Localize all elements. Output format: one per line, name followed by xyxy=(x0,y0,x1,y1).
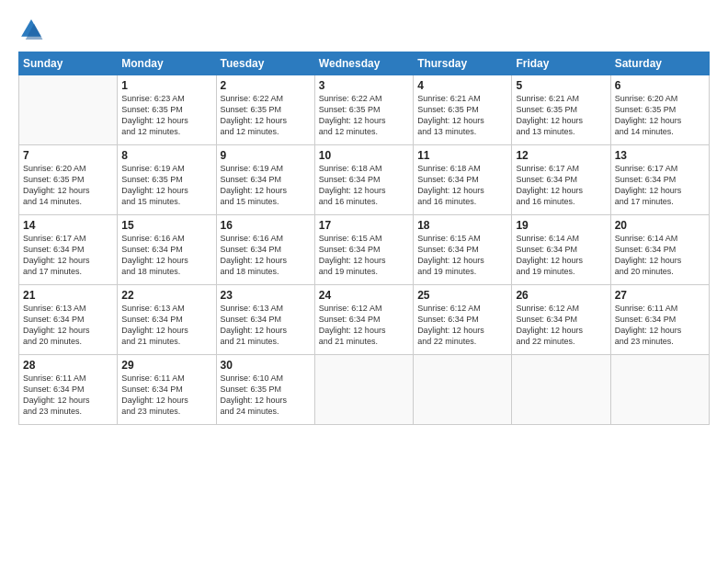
day-number: 8 xyxy=(121,149,211,162)
calendar-cell: 17Sunrise: 6:15 AM Sunset: 6:34 PM Dayli… xyxy=(314,215,413,285)
day-number: 1 xyxy=(121,79,211,92)
day-info: Sunrise: 6:12 AM Sunset: 6:34 PM Dayligh… xyxy=(319,303,409,348)
calendar-cell: 29Sunrise: 6:11 AM Sunset: 6:34 PM Dayli… xyxy=(118,355,216,425)
week-row-3: 21Sunrise: 6:13 AM Sunset: 6:34 PM Dayli… xyxy=(19,285,710,355)
day-info: Sunrise: 6:12 AM Sunset: 6:34 PM Dayligh… xyxy=(516,303,606,348)
day-info: Sunrise: 6:23 AM Sunset: 6:35 PM Dayligh… xyxy=(121,93,211,138)
day-number: 16 xyxy=(221,219,311,232)
calendar-cell: 21Sunrise: 6:13 AM Sunset: 6:34 PM Dayli… xyxy=(19,285,118,355)
week-row-2: 14Sunrise: 6:17 AM Sunset: 6:34 PM Dayli… xyxy=(19,215,710,285)
day-number: 24 xyxy=(319,289,409,302)
day-info: Sunrise: 6:21 AM Sunset: 6:35 PM Dayligh… xyxy=(417,93,507,138)
calendar-cell xyxy=(314,355,413,425)
weekday-header-friday: Friday xyxy=(512,52,610,75)
day-number: 7 xyxy=(23,149,113,162)
calendar-cell: 15Sunrise: 6:16 AM Sunset: 6:34 PM Dayli… xyxy=(118,215,216,285)
day-info: Sunrise: 6:17 AM Sunset: 6:34 PM Dayligh… xyxy=(615,163,705,208)
day-info: Sunrise: 6:13 AM Sunset: 6:34 PM Dayligh… xyxy=(23,303,113,348)
day-number: 26 xyxy=(516,289,606,302)
day-info: Sunrise: 6:15 AM Sunset: 6:34 PM Dayligh… xyxy=(417,233,507,278)
day-info: Sunrise: 6:18 AM Sunset: 6:34 PM Dayligh… xyxy=(417,163,507,208)
calendar-cell: 13Sunrise: 6:17 AM Sunset: 6:34 PM Dayli… xyxy=(610,145,709,215)
day-number: 2 xyxy=(221,79,311,92)
weekday-header-saturday: Saturday xyxy=(610,52,709,75)
day-info: Sunrise: 6:18 AM Sunset: 6:34 PM Dayligh… xyxy=(319,163,409,208)
calendar-cell: 10Sunrise: 6:18 AM Sunset: 6:34 PM Dayli… xyxy=(314,145,413,215)
day-info: Sunrise: 6:12 AM Sunset: 6:34 PM Dayligh… xyxy=(417,303,507,348)
day-number: 6 xyxy=(615,79,705,92)
day-info: Sunrise: 6:11 AM Sunset: 6:34 PM Dayligh… xyxy=(121,373,211,418)
day-info: Sunrise: 6:20 AM Sunset: 6:35 PM Dayligh… xyxy=(23,163,113,208)
calendar-cell: 11Sunrise: 6:18 AM Sunset: 6:34 PM Dayli… xyxy=(414,145,512,215)
day-info: Sunrise: 6:19 AM Sunset: 6:35 PM Dayligh… xyxy=(121,163,211,208)
weekday-header-wednesday: Wednesday xyxy=(314,52,413,75)
calendar-cell: 27Sunrise: 6:11 AM Sunset: 6:34 PM Dayli… xyxy=(610,285,709,355)
day-info: Sunrise: 6:19 AM Sunset: 6:34 PM Dayligh… xyxy=(221,163,311,208)
day-info: Sunrise: 6:20 AM Sunset: 6:35 PM Dayligh… xyxy=(615,93,705,138)
week-row-0: 1Sunrise: 6:23 AM Sunset: 6:35 PM Daylig… xyxy=(19,75,710,145)
day-number: 18 xyxy=(417,219,507,232)
day-number: 10 xyxy=(319,149,409,162)
day-number: 11 xyxy=(417,149,507,162)
calendar-cell: 24Sunrise: 6:12 AM Sunset: 6:34 PM Dayli… xyxy=(314,285,413,355)
day-number: 23 xyxy=(221,289,311,302)
day-number: 19 xyxy=(516,219,606,232)
day-info: Sunrise: 6:14 AM Sunset: 6:34 PM Dayligh… xyxy=(615,233,705,278)
day-number: 13 xyxy=(615,149,705,162)
day-info: Sunrise: 6:13 AM Sunset: 6:34 PM Dayligh… xyxy=(121,303,211,348)
day-number: 22 xyxy=(121,289,211,302)
calendar-cell xyxy=(414,355,512,425)
day-number: 20 xyxy=(615,219,705,232)
day-info: Sunrise: 6:11 AM Sunset: 6:34 PM Dayligh… xyxy=(615,303,705,348)
calendar-cell: 18Sunrise: 6:15 AM Sunset: 6:34 PM Dayli… xyxy=(414,215,512,285)
day-number: 12 xyxy=(516,149,606,162)
week-row-1: 7Sunrise: 6:20 AM Sunset: 6:35 PM Daylig… xyxy=(19,145,710,215)
day-info: Sunrise: 6:22 AM Sunset: 6:35 PM Dayligh… xyxy=(319,93,409,138)
weekday-header-monday: Monday xyxy=(118,52,216,75)
day-info: Sunrise: 6:17 AM Sunset: 6:34 PM Dayligh… xyxy=(516,163,606,208)
day-number: 29 xyxy=(121,359,211,372)
calendar-cell: 4Sunrise: 6:21 AM Sunset: 6:35 PM Daylig… xyxy=(414,75,512,145)
weekday-header-tuesday: Tuesday xyxy=(216,52,314,75)
calendar-cell: 16Sunrise: 6:16 AM Sunset: 6:34 PM Dayli… xyxy=(216,215,314,285)
calendar-cell: 14Sunrise: 6:17 AM Sunset: 6:34 PM Dayli… xyxy=(19,215,118,285)
calendar-cell: 30Sunrise: 6:10 AM Sunset: 6:35 PM Dayli… xyxy=(216,355,314,425)
day-info: Sunrise: 6:13 AM Sunset: 6:34 PM Dayligh… xyxy=(221,303,311,348)
day-number: 28 xyxy=(23,359,113,372)
day-number: 21 xyxy=(23,289,113,302)
calendar-cell: 8Sunrise: 6:19 AM Sunset: 6:35 PM Daylig… xyxy=(118,145,216,215)
day-info: Sunrise: 6:21 AM Sunset: 6:35 PM Dayligh… xyxy=(516,93,606,138)
day-number: 4 xyxy=(417,79,507,92)
calendar-cell xyxy=(610,355,709,425)
day-number: 17 xyxy=(319,219,409,232)
calendar-cell xyxy=(512,355,610,425)
header xyxy=(18,17,710,42)
day-info: Sunrise: 6:22 AM Sunset: 6:35 PM Dayligh… xyxy=(221,93,311,138)
day-info: Sunrise: 6:10 AM Sunset: 6:35 PM Dayligh… xyxy=(221,373,311,418)
day-number: 9 xyxy=(221,149,311,162)
calendar-cell: 5Sunrise: 6:21 AM Sunset: 6:35 PM Daylig… xyxy=(512,75,610,145)
calendar-cell: 7Sunrise: 6:20 AM Sunset: 6:35 PM Daylig… xyxy=(19,145,118,215)
calendar-cell: 28Sunrise: 6:11 AM Sunset: 6:34 PM Dayli… xyxy=(19,355,118,425)
calendar-cell: 26Sunrise: 6:12 AM Sunset: 6:34 PM Dayli… xyxy=(512,285,610,355)
calendar-table: SundayMondayTuesdayWednesdayThursdayFrid… xyxy=(18,52,710,425)
calendar-cell: 3Sunrise: 6:22 AM Sunset: 6:35 PM Daylig… xyxy=(314,75,413,145)
calendar-cell: 12Sunrise: 6:17 AM Sunset: 6:34 PM Dayli… xyxy=(512,145,610,215)
calendar-cell: 9Sunrise: 6:19 AM Sunset: 6:34 PM Daylig… xyxy=(216,145,314,215)
logo xyxy=(18,17,48,42)
day-number: 5 xyxy=(516,79,606,92)
page: SundayMondayTuesdayWednesdayThursdayFrid… xyxy=(0,0,728,563)
week-row-4: 28Sunrise: 6:11 AM Sunset: 6:34 PM Dayli… xyxy=(19,355,710,425)
day-number: 25 xyxy=(417,289,507,302)
calendar-cell: 20Sunrise: 6:14 AM Sunset: 6:34 PM Dayli… xyxy=(610,215,709,285)
day-number: 30 xyxy=(221,359,311,372)
day-info: Sunrise: 6:16 AM Sunset: 6:34 PM Dayligh… xyxy=(221,233,311,278)
day-info: Sunrise: 6:16 AM Sunset: 6:34 PM Dayligh… xyxy=(121,233,211,278)
day-info: Sunrise: 6:15 AM Sunset: 6:34 PM Dayligh… xyxy=(319,233,409,278)
day-info: Sunrise: 6:14 AM Sunset: 6:34 PM Dayligh… xyxy=(516,233,606,278)
logo-icon xyxy=(18,17,44,42)
day-number: 14 xyxy=(23,219,113,232)
calendar-cell xyxy=(19,75,118,145)
weekday-header-thursday: Thursday xyxy=(414,52,512,75)
day-number: 27 xyxy=(615,289,705,302)
